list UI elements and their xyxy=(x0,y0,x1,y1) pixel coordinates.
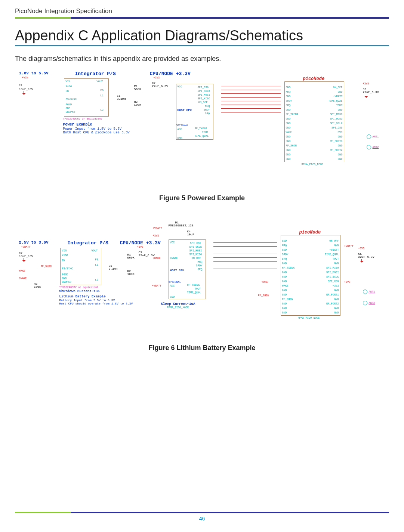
ant1: ANT1 xyxy=(373,135,379,138)
ant2: ANT2 xyxy=(369,301,375,304)
host-opt: OPTIONAL xyxy=(169,281,181,284)
antenna-icon xyxy=(367,134,371,139)
schematic-figure-6: D1 PMEG3005ET,125 +VBATT +3V3 C4 10uF 2.… xyxy=(19,221,385,333)
schematic-figure-5: 1.8V to 5.5V +VIN C1 10uF_10V Integrator… xyxy=(19,71,385,183)
title-underline xyxy=(15,45,389,46)
appendix-title: Appendix C Application Diagrams/Schemati… xyxy=(15,28,389,44)
host-adc: ADC xyxy=(178,128,182,131)
figure5-caption: Figure 5 Powered Example xyxy=(15,194,389,202)
host-title: HOST CPU xyxy=(178,108,192,112)
u1-pin: GNDPAD xyxy=(66,111,75,114)
host-sig: SPI_CS0 xyxy=(190,242,201,245)
note-title: Lithium Battery Example xyxy=(59,295,106,299)
v3-rail: +3V3 xyxy=(358,247,365,250)
piconode-title: picoNode xyxy=(303,76,325,81)
vin-range: 2.5V to 3.6V xyxy=(19,240,49,245)
host-cwake: CWAKE xyxy=(170,257,178,260)
u1-pin: PGND xyxy=(66,103,72,106)
host-gnd: GND xyxy=(170,296,175,299)
c1-ref: C1 xyxy=(19,84,23,87)
cpu-title: CPU/NODE +3.3V xyxy=(120,240,161,246)
v3-rail: +3V3 xyxy=(154,76,160,79)
host-adc: ADC xyxy=(170,284,175,287)
footer-divider xyxy=(15,512,389,513)
host-sig: SPI_MOSI xyxy=(198,93,210,96)
piconode-footer: RPMA_PICO_NODE xyxy=(298,316,320,319)
host-sig: MRQ xyxy=(205,105,210,108)
c2-val: 10uF_10V xyxy=(19,254,33,258)
wake-net: WAKE xyxy=(262,281,268,284)
host-sig: SRQ xyxy=(205,112,210,115)
piconode-pin: GND xyxy=(286,158,291,161)
gnd-icon xyxy=(22,258,26,262)
c4-val: 10uF xyxy=(187,233,194,236)
c3-val: 22uF_6.3V xyxy=(139,254,155,257)
antenna-icon xyxy=(363,290,367,294)
v3-rail: +3V3 xyxy=(344,281,351,284)
figure6-caption: Figure 6 Lithium Battery Example xyxy=(15,344,389,352)
v3-rail: +3V3 xyxy=(153,234,159,237)
l1-val: 3.3mH xyxy=(109,267,118,270)
host-sig: SPI_CS0 xyxy=(198,86,209,89)
intro-text: The diagrams/schematics in this appendix… xyxy=(15,55,389,63)
vbatt-rail: +VBATT xyxy=(152,284,161,287)
v3-rail: +3V3 xyxy=(137,245,144,248)
note-l2: Battery Input from 2.5V to 3.3V xyxy=(59,299,115,302)
c3-val: 22uF_6.3V xyxy=(363,90,379,94)
cwake-lbl: CWAKE xyxy=(19,277,27,280)
piconode-title: picoNode xyxy=(299,230,321,235)
host-title: HOST CPU xyxy=(170,269,184,272)
u1-pin: GND xyxy=(66,107,71,110)
v3-rail: +3V3 xyxy=(363,82,369,85)
cwake-lbl: CWAKE xyxy=(153,257,161,260)
c2-val: 22uF_6.3V xyxy=(152,84,168,88)
u1-pin: L1 xyxy=(101,94,104,97)
integrator-title: Integrator P/S xyxy=(75,71,116,77)
host-gnd: GND xyxy=(178,137,182,140)
gnd-icon xyxy=(360,259,364,263)
wire-bundle xyxy=(213,232,277,314)
wake-lbl: WAKE xyxy=(19,269,25,272)
u1-pin: L1 xyxy=(95,263,98,266)
vin-range: 1.8V to 5.5V xyxy=(19,71,49,75)
u1-pin: L2 xyxy=(95,278,98,281)
c5-val: 22uF_6.3V xyxy=(358,255,374,259)
host-opt: OPTIONAL xyxy=(176,124,189,127)
vin-rail: +VIN xyxy=(22,76,28,79)
shutdown-current: Shutdown Current~1uA xyxy=(59,290,100,293)
u1-pin: PS/SYNC xyxy=(62,267,73,270)
host-sig: TIME_QUAL xyxy=(187,291,201,294)
host-sig: SRQ xyxy=(198,268,203,271)
vbatt-rail: +VBATT xyxy=(21,245,31,248)
sleep-sub: RPMA_PICO_NODE xyxy=(167,306,189,309)
r3-val: 100K xyxy=(34,285,41,288)
doc-header: PicoNode Integration Specification xyxy=(15,7,389,15)
ant1: ANT1 xyxy=(369,290,375,293)
cpu-title: CPU/NODE +3.3V xyxy=(150,71,191,77)
u1-pin: PGND xyxy=(62,273,68,276)
u1-pin: PS/SYNC xyxy=(66,98,77,101)
vbatt-rail: +VBATT xyxy=(153,227,162,230)
host-sig: SPI_SCLK xyxy=(198,90,210,93)
integrator-title: Integrator P/S xyxy=(68,240,108,246)
ant2: ANT2 xyxy=(373,146,379,149)
gnd-icon xyxy=(364,94,368,98)
r2-val: 100K xyxy=(134,103,141,106)
u1-pin: VIN xyxy=(66,80,71,83)
host-sig: SRDY xyxy=(204,108,210,111)
u1-pin: FB xyxy=(95,258,98,261)
host-sig: RF_TXENA xyxy=(187,284,200,287)
piconode-pin: GND xyxy=(334,311,339,314)
rfshdn-net: RF_SHDN xyxy=(258,294,269,297)
u1-pin: VIN xyxy=(62,249,67,252)
r1-val: 560K xyxy=(134,87,141,91)
r1-val: 560K xyxy=(127,256,135,259)
l1-val: 3.3mH xyxy=(117,97,126,100)
host-sig: SPI_MOSI xyxy=(189,249,202,252)
header-divider xyxy=(15,17,389,19)
host-sig: TOUT xyxy=(202,131,209,134)
u1-pin: FB xyxy=(101,89,104,92)
note-l3: Both Host CPU & picoNode use 3.3V xyxy=(63,131,130,134)
host-sig: TIME_QUAL xyxy=(195,134,209,137)
piconode-pin: GND xyxy=(282,311,287,314)
